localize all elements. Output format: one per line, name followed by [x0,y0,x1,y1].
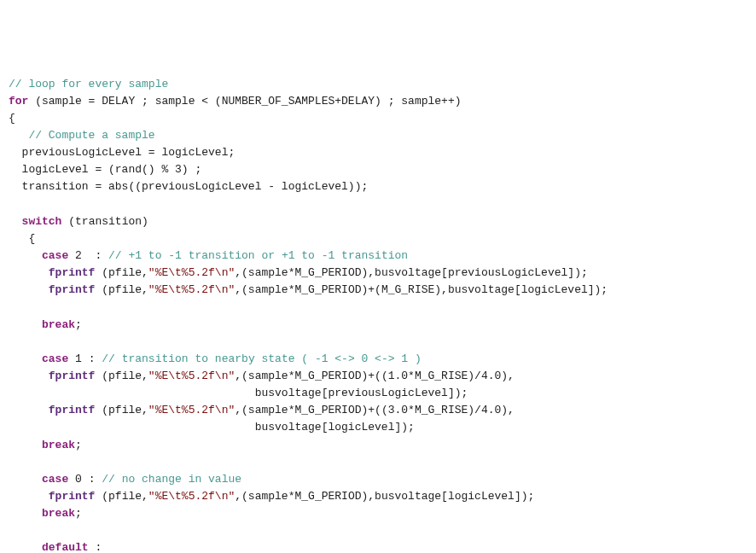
code-text: previousLogicLevel = logicLevel; [9,146,235,159]
code-text: logicLevel = (rand() % 3) ; [9,163,201,176]
keyword-default: default [42,541,89,553]
code-text: (sample = DELAY ; sample < (NUMBER_OF_SA… [28,95,461,108]
string-literal: "%E\t%5.2f\n" [148,283,235,296]
brace: { [9,112,15,125]
keyword-for: for [9,95,28,108]
code-text: busvoltage[logicLevel]); [9,421,415,434]
string-literal: "%E\t%5.2f\n" [148,404,235,416]
code-text: (pfile, [95,266,148,279]
code-text: : [89,541,102,553]
string-literal: "%E\t%5.2f\n" [148,370,235,382]
comment: // Compute a sample [28,129,154,142]
code-text: transition = abs((previousLogicLevel - l… [9,180,368,193]
code-text: 2 : [68,249,108,262]
func-fprintf: fprintf [49,370,96,382]
code-text: ,(sample*M_G_PERIOD),busvoltage[logicLev… [235,490,534,503]
keyword-case: case [42,352,68,365]
code-text: (pfile, [95,283,148,296]
code-text: ,(sample*M_G_PERIOD)+((1.0*M_G_RISE)/4.0… [235,370,515,382]
comment: // +1 to -1 transition or +1 to -1 trans… [108,249,408,262]
code-text: (pfile, [95,404,148,416]
func-fprintf: fprintf [49,266,96,279]
keyword-switch: switch [22,215,62,228]
code-text: ; [75,507,82,520]
code-text: busvoltage[previousLogicLevel]); [9,387,468,399]
func-fprintf: fprintf [49,283,96,296]
func-fprintf: fprintf [49,404,96,416]
code-text: ,(sample*M_G_PERIOD)+((3.0*M_G_RISE)/4.0… [235,404,515,416]
brace: { [9,232,35,245]
code-block: // loop for every sample for (sample = D… [9,76,747,553]
code-text: (pfile, [95,370,148,382]
keyword-case: case [42,473,68,486]
keyword-break: break [42,318,75,331]
func-fprintf: fprintf [49,490,96,503]
code-text: ; [75,318,82,331]
code-text: ,(sample*M_G_PERIOD),busvoltage[previous… [235,266,587,279]
code-text: ,(sample*M_G_PERIOD)+(M_G_RISE),busvolta… [235,283,608,296]
code-text: (pfile, [95,490,148,503]
code-text: ; [75,439,82,451]
comment: // transition to nearby state ( -1 <-> 0… [102,352,421,365]
code-text: (transition) [61,215,148,228]
keyword-break: break [42,507,75,520]
keyword-case: case [42,249,68,262]
code-text: 1 : [68,352,102,365]
keyword-break: break [42,439,75,451]
comment: // loop for every sample [9,78,168,90]
comment: // no change in value [102,473,241,486]
code-text: 0 : [68,473,102,486]
string-literal: "%E\t%5.2f\n" [148,490,235,503]
string-literal: "%E\t%5.2f\n" [148,266,235,279]
